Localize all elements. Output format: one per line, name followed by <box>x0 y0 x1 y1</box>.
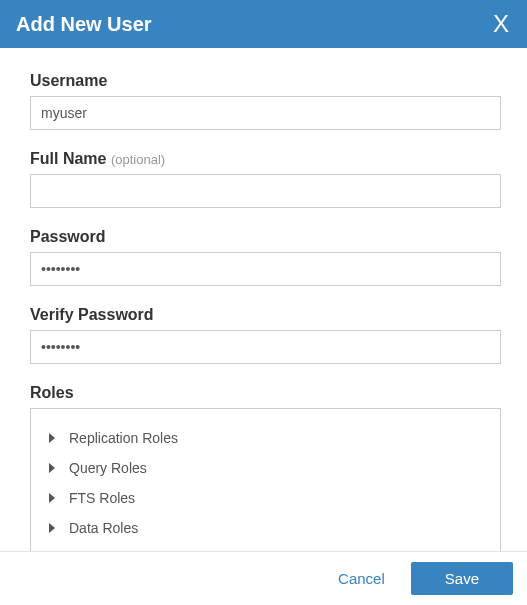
add-user-modal: Add New User X Username Full Name (optio… <box>0 0 527 605</box>
caret-right-icon <box>49 433 55 443</box>
verify-password-label: Verify Password <box>30 306 501 324</box>
cancel-button[interactable]: Cancel <box>330 562 393 595</box>
role-group-label: FTS Roles <box>69 490 135 506</box>
fullname-label: Full Name (optional) <box>30 150 501 168</box>
password-group: Password <box>30 228 501 286</box>
fullname-optional-text: (optional) <box>111 152 165 167</box>
modal-body: Username Full Name (optional) Password V… <box>0 48 527 551</box>
role-group-label: Query Roles <box>69 460 147 476</box>
roles-box: Replication Roles Query Roles FTS Roles … <box>30 408 501 551</box>
role-group-label: Data Roles <box>69 520 138 536</box>
role-group-replication[interactable]: Replication Roles <box>49 423 482 453</box>
modal-scroll-area[interactable]: Username Full Name (optional) Password V… <box>0 48 527 551</box>
username-group: Username <box>30 72 501 130</box>
fullname-group: Full Name (optional) <box>30 150 501 208</box>
role-group-fts[interactable]: FTS Roles <box>49 483 482 513</box>
role-group-data[interactable]: Data Roles <box>49 513 482 543</box>
password-label: Password <box>30 228 501 246</box>
username-label: Username <box>30 72 501 90</box>
verify-password-group: Verify Password <box>30 306 501 364</box>
fullname-input[interactable] <box>30 174 501 208</box>
close-icon[interactable]: X <box>491 8 511 40</box>
caret-right-icon <box>49 463 55 473</box>
fullname-label-text: Full Name <box>30 150 106 167</box>
caret-right-icon <box>49 493 55 503</box>
roles-label: Roles <box>30 384 501 402</box>
role-group-label: Replication Roles <box>69 430 178 446</box>
modal-title: Add New User <box>16 13 152 36</box>
role-group-query[interactable]: Query Roles <box>49 453 482 483</box>
modal-footer: Cancel Save <box>0 551 527 605</box>
save-button[interactable]: Save <box>411 562 513 595</box>
username-input[interactable] <box>30 96 501 130</box>
roles-group: Roles Replication Roles Query Roles FTS … <box>30 384 501 551</box>
caret-right-icon <box>49 523 55 533</box>
modal-header: Add New User X <box>0 0 527 48</box>
verify-password-input[interactable] <box>30 330 501 364</box>
password-input[interactable] <box>30 252 501 286</box>
